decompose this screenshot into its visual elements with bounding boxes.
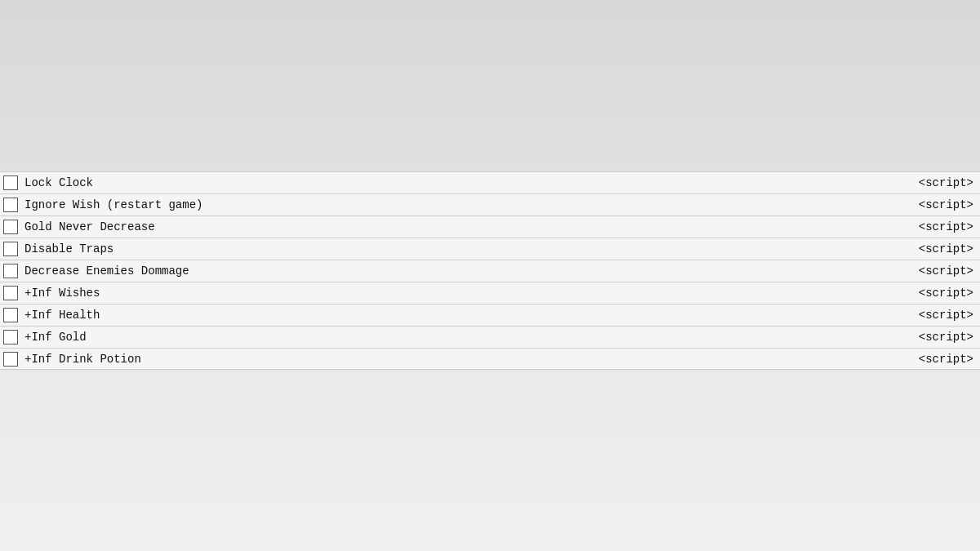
cheat-label: +Inf Gold bbox=[24, 331, 919, 344]
cheat-row: Disable Traps<script> bbox=[0, 238, 980, 260]
cheat-checkbox-7[interactable] bbox=[3, 330, 18, 344]
cheat-label: +Inf Wishes bbox=[24, 287, 919, 300]
cheat-row: Lock Clock<script> bbox=[0, 171, 980, 193]
cheat-row: +Inf Health<script> bbox=[0, 304, 980, 326]
cheat-checkbox-5[interactable] bbox=[3, 286, 18, 300]
cheat-label: Disable Traps bbox=[24, 242, 919, 256]
cheat-row: +Inf Wishes<script> bbox=[0, 282, 980, 304]
cheat-script: <script> bbox=[919, 220, 980, 233]
cheat-label: +Inf Health bbox=[24, 309, 919, 322]
cheat-label: Lock Clock bbox=[24, 176, 919, 189]
cheat-checkbox-6[interactable] bbox=[3, 308, 18, 322]
cheat-script: <script> bbox=[919, 176, 980, 189]
cheat-checkbox-2[interactable] bbox=[3, 220, 18, 234]
cheat-script: <script> bbox=[919, 353, 980, 366]
cheat-checkbox-3[interactable] bbox=[3, 242, 18, 256]
cheat-checkbox-1[interactable] bbox=[3, 198, 18, 212]
cheat-checkbox-4[interactable] bbox=[3, 264, 18, 278]
cheat-label: Decrease Enemies Dommage bbox=[24, 264, 919, 278]
cheat-row: Gold Never Decrease<script> bbox=[0, 216, 980, 238]
cheat-script: <script> bbox=[919, 198, 980, 211]
cheat-row: Ignore Wish (restart game)<script> bbox=[0, 193, 980, 216]
cheat-script: <script> bbox=[919, 264, 980, 278]
cheat-list: Lock Clock<script>Ignore Wish (restart g… bbox=[0, 171, 980, 370]
cheat-label: +Inf Drink Potion bbox=[24, 353, 919, 366]
cheat-script: <script> bbox=[919, 331, 980, 344]
cheat-checkbox-0[interactable] bbox=[3, 176, 18, 190]
cheat-script: <script> bbox=[919, 287, 980, 300]
cheat-checkbox-8[interactable] bbox=[3, 352, 18, 367]
cheat-row: Decrease Enemies Dommage<script> bbox=[0, 260, 980, 282]
cheat-script: <script> bbox=[919, 242, 980, 256]
cheat-label: Gold Never Decrease bbox=[24, 220, 919, 233]
cheat-label: Ignore Wish (restart game) bbox=[24, 198, 919, 211]
cheat-row: +Inf Drink Potion<script> bbox=[0, 348, 980, 370]
cheat-row: +Inf Gold<script> bbox=[0, 326, 980, 348]
cheat-script: <script> bbox=[919, 309, 980, 322]
